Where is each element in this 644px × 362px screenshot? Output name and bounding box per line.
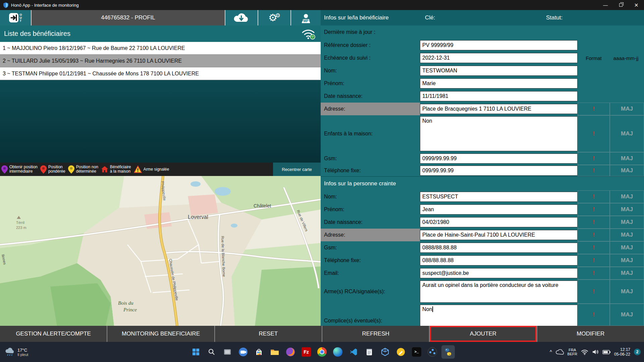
settings-button[interactable]: ⚙⚙ <box>258 10 290 25</box>
recenter-map-button[interactable]: Recentrer carte <box>273 163 321 176</box>
notepad-icon[interactable] <box>363 345 376 359</box>
suspect-adresse-input[interactable]: Place de Haine-Saint-Paul 7100 LA LOUVIE… <box>420 230 578 240</box>
mp-label: MP <box>303 19 309 23</box>
maj-button[interactable]: MAJ <box>610 216 644 229</box>
enfants-textarea[interactable]: Non <box>420 116 578 151</box>
modifier-button[interactable]: MODIFIER <box>537 326 644 342</box>
suspect-naissance-input[interactable]: 04/02/1980 <box>420 217 578 227</box>
nom-input[interactable]: TESTWOMAN <box>420 66 578 76</box>
battery-icon[interactable] <box>602 350 610 354</box>
gsm-input[interactable]: 0999/99.99.99 <box>420 154 578 164</box>
legend-undetermined-position-button[interactable]: Position nondéterminée <box>67 163 100 176</box>
download-button[interactable] <box>225 10 258 25</box>
legend-weighted-position-button[interactable]: Positionpondérée <box>39 163 67 176</box>
wifi-tray-icon[interactable] <box>581 349 588 355</box>
maj-button[interactable]: MAJ <box>610 241 644 254</box>
beneficiary-list: 1 ~ MAJJOLINO Pietro 18/12/1967 ~ Rue de… <box>0 42 321 80</box>
field-label: Gsm: <box>321 241 420 254</box>
task-view-button[interactable] <box>221 345 234 359</box>
warn-indicator: ! <box>578 152 610 165</box>
maj-button[interactable]: MAJ <box>610 165 644 176</box>
search-button[interactable] <box>205 345 218 359</box>
arme-textarea[interactable]: Aurait un opinel dans la portière conduc… <box>420 281 578 303</box>
language-indicator[interactable]: FRA BEFR <box>568 348 577 356</box>
edge-icon[interactable] <box>331 345 344 359</box>
maj-button[interactable]: MAJ <box>610 280 644 304</box>
minimize-button[interactable]: — <box>598 0 613 10</box>
weather-widget[interactable]: 17°C Il pleut <box>5 347 28 357</box>
maj-button[interactable]: MAJ <box>610 254 644 267</box>
maj-button[interactable]: MAJ <box>610 203 644 216</box>
naissance-input[interactable]: 11/11/1981 <box>420 91 578 101</box>
onedrive-cloud-icon[interactable] <box>556 349 564 355</box>
row-suspect-email: Email: suspect@justice.be ! MAJ <box>321 267 644 280</box>
reset-button[interactable]: RESET <box>214 326 322 342</box>
start-button[interactable] <box>189 345 203 359</box>
row-enfants: Enfants à la maison: Non ! MAJ <box>321 115 644 152</box>
warn-indicator: ! <box>578 254 610 267</box>
suspect-fixe-input[interactable]: 088/88.88.88 <box>420 255 578 265</box>
refresh-button[interactable]: REFRESH <box>322 326 429 342</box>
complice-textarea[interactable]: Non <box>420 305 578 326</box>
list-item-selected[interactable]: 2 ~ TUILLARD Julie 15/05/1993 ~ Rue Harm… <box>0 55 321 67</box>
store-icon[interactable] <box>252 345 266 359</box>
maj-button[interactable]: MAJ <box>610 103 644 115</box>
python-app-icon-active[interactable] <box>441 345 455 359</box>
maj-button[interactable]: MAJ <box>610 190 644 203</box>
adresse-input[interactable]: Place de Bracquegnies 1 7110 LA LOUVIERE <box>420 104 578 114</box>
application-window: Honō App - Interface de monitoring — × O… <box>0 0 644 362</box>
row-suspect-complice: Complice(s) éventuel(s): Non ! MAJ <box>321 304 644 326</box>
echeance-input[interactable]: 2022-12-31 <box>420 53 578 63</box>
maj-button[interactable]: MAJ <box>610 152 644 165</box>
legend-label: à la maison <box>110 169 131 174</box>
warn-indicator: ! <box>578 190 610 203</box>
cloud-download-icon <box>232 12 251 24</box>
suspect-email-input[interactable]: suspect@justice.be <box>420 268 578 278</box>
row-suspect-naissance: Date naissance: 04/02/1980 ! MAJ <box>321 216 644 229</box>
legend-weapon-button[interactable]: Arme signalée <box>132 163 171 176</box>
vscode-icon[interactable] <box>347 345 360 359</box>
volume-icon[interactable] <box>592 349 599 355</box>
legend-obtain-position-button[interactable]: Obtenir positionintermédiaire <box>0 163 39 176</box>
legend-beneficiary-home-button[interactable]: Bénéficiaireà la maison <box>100 163 132 176</box>
field-label: Adresse: <box>321 103 420 115</box>
prenom-input[interactable]: Marie <box>420 78 578 88</box>
maximize-button[interactable] <box>613 0 629 10</box>
maj-button[interactable]: MAJ <box>610 267 644 280</box>
camera-app-icon[interactable] <box>236 345 250 359</box>
suspect-prenom-input[interactable]: Jean <box>420 204 578 215</box>
obs-icon[interactable] <box>426 345 439 359</box>
maj-button[interactable]: MAJ <box>610 115 644 152</box>
maj-button[interactable]: MAJ <box>610 229 644 241</box>
gestion-alerte-button[interactable]: GESTION ALERTE/COMPTE <box>0 326 107 342</box>
logout-button[interactable]: OUT <box>0 10 32 25</box>
beneficiaries-header-label: Liste des bénéficiaires <box>4 30 70 38</box>
pencil-app-icon[interactable] <box>394 345 408 359</box>
field-label: Arme(s) RCA/signalée(s): <box>321 280 420 304</box>
firefox-icon[interactable] <box>284 345 297 359</box>
profile-mp-button[interactable]: MP <box>290 10 321 25</box>
filezilla-icon[interactable]: Fz <box>300 345 313 359</box>
field-label: Email: <box>321 267 420 280</box>
osm-map[interactable]: Loverval Bois du Prince Térril 223 m Châ… <box>0 176 321 326</box>
ajouter-button[interactable]: AJOUTER <box>429 326 536 342</box>
terminal-icon[interactable]: >_ <box>410 345 423 359</box>
notification-badge[interactable]: 2 <box>634 349 641 355</box>
fixe-input[interactable]: 099/99.99.99 <box>420 166 578 176</box>
clock[interactable]: 12:17 05-06-22 <box>614 347 630 357</box>
monitoring-beneficiaire-button[interactable]: MONITORING BENEFICIAIRE <box>107 326 214 342</box>
suspect-nom-input[interactable]: ESTSUSPECT <box>420 192 578 202</box>
reference-input[interactable]: PV 99999/99 <box>420 40 578 50</box>
weather-desc: Il pleut <box>17 353 28 357</box>
close-button[interactable]: × <box>629 0 644 10</box>
file-explorer-icon[interactable] <box>268 345 281 359</box>
maj-button[interactable]: MAJ <box>610 304 644 326</box>
3d-viewer-icon[interactable] <box>378 345 392 359</box>
format-value: aaaa-mm-jj <box>610 52 642 64</box>
list-item[interactable]: 3 ~ TESTMAN Philippe 01/12/1981 ~ Chauss… <box>0 67 321 80</box>
app-shield-icon <box>3 2 8 8</box>
tray-chevron[interactable]: ^ <box>550 349 552 355</box>
suspect-gsm-input[interactable]: 0888/88.88.88 <box>420 243 578 253</box>
list-item[interactable]: 1 ~ MAJJOLINO Pietro 18/12/1967 ~ Rue de… <box>0 42 321 55</box>
chrome-icon[interactable] <box>315 345 329 359</box>
